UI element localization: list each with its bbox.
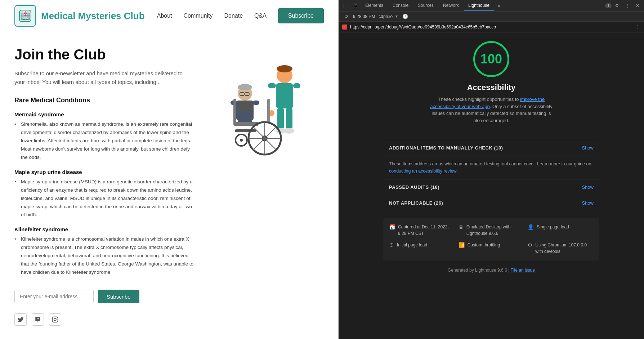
twitter-icon[interactable] — [14, 313, 27, 326]
svg-rect-22 — [238, 101, 252, 111]
footer-chromium: Using Chromium 107.0.0.0 with devtools — [535, 242, 594, 255]
email-input[interactable] — [14, 290, 94, 303]
social-icons — [14, 313, 194, 326]
devtools-topbar: ⬚ 📱 Elements Console Sources Network Lig… — [339, 0, 644, 12]
devtools-urlbar: L https://cdpn.io/pen/debug/VwdOaqp/ee09… — [339, 22, 644, 32]
devtools-time: 9:28:08 PM · cdpn.io — [353, 14, 393, 19]
svg-rect-26 — [233, 99, 236, 124]
tab-lighthouse[interactable]: Lighthouse — [464, 0, 494, 11]
condition-maple: Maple syrup urine disease Maple syrup ur… — [14, 169, 194, 219]
footer-singlepage: Single page load — [537, 224, 569, 230]
section-heading: Rare Medical Conditions — [14, 97, 194, 104]
footer-grid: 📅 Captured at Dec 11, 2022, 9:28 PM CST … — [389, 224, 594, 255]
footer-initial: Initial page load — [397, 242, 427, 248]
instagram-icon[interactable] — [49, 313, 61, 326]
website-panel: 🏥 Medical Mysteries Club About Community… — [0, 0, 339, 339]
svg-rect-11 — [277, 108, 284, 129]
settings-icon[interactable]: ⚙ — [612, 1, 622, 10]
condition-desc-2: Klinefelter syndrome is a chromosomal va… — [14, 235, 194, 277]
site-nav: About Community Donate Q&A Subscribe — [157, 8, 324, 23]
url-menu-dots[interactable]: ⋮ — [635, 24, 640, 30]
score-circle-container: 100 Accessibility These checks highlight… — [430, 41, 553, 124]
device-toggle-icon[interactable]: 📱 — [351, 1, 360, 10]
desktop-icon: 🖥 — [459, 224, 464, 230]
footer-captured: Captured at Dec 11, 2022, 9:28 PM CST — [398, 224, 455, 237]
svg-point-14 — [284, 128, 294, 134]
chromium-icon: ⚙ — [528, 242, 532, 248]
footer-item-initial: ⏱ Initial page load — [389, 242, 455, 255]
page-intro: Subscribe to our e-newsletter and have m… — [14, 69, 194, 86]
tab-sources[interactable]: Sources — [413, 0, 438, 11]
chevron-down-icon: ▼ — [395, 14, 398, 18]
devtools-url[interactable]: https://cdpn.io/pen/debug/VwdOaqp/ee0945… — [350, 24, 632, 30]
generated-by: Generated by Lighthouse 9.6.6 | File an … — [383, 268, 599, 280]
tab-console[interactable]: Console — [388, 0, 413, 11]
site-header: 🏥 Medical Mysteries Club About Community… — [0, 0, 338, 32]
manual-body-text: These items address areas which an autom… — [389, 161, 591, 166]
tab-elements[interactable]: Elements — [361, 0, 388, 11]
audit-show-passed[interactable]: Show — [582, 184, 594, 190]
devtools-panel: ⬚ 📱 Elements Console Sources Network Lig… — [339, 0, 644, 339]
score-description: These checks highlight opportunities to … — [430, 96, 553, 124]
footer-item-throttling: 📶 Custom throttling — [459, 242, 524, 255]
more-tabs-icon[interactable]: » — [495, 1, 504, 10]
site-title: Medical Mysteries Club — [41, 10, 145, 22]
manual-body-end: . — [456, 169, 457, 174]
nav-community[interactable]: Community — [184, 13, 213, 19]
footer-emulated: Emulated Desktop with Lighthouse 9.6.6 — [466, 224, 524, 237]
accessibility-review-link[interactable]: conducting an accessibility review — [389, 169, 456, 174]
reload-icon[interactable]: ↺ — [341, 12, 351, 21]
audit-label-na: NOT APPLICABLE (26) — [389, 200, 443, 206]
header-subscribe-button[interactable]: Subscribe — [278, 8, 324, 23]
inspect-element-icon[interactable]: ⬚ — [341, 1, 350, 10]
audit-show-manual[interactable]: Show — [582, 145, 594, 151]
audit-sections: ADDITIONAL ITEMS TO MANUALLY CHECK (10) … — [383, 140, 599, 280]
condition-mermaid: Mermaid syndrome Sirenomelia, also known… — [14, 111, 194, 162]
devtools-right-icons: 1 ⚙ ⋮ ✕ — [604, 1, 642, 10]
condition-desc-0: Sirenomelia, also known as mermaid syndr… — [14, 120, 194, 162]
audit-label-manual: ADDITIONAL ITEMS TO MANUALLY CHECK (10) — [389, 145, 503, 151]
nav-qa[interactable]: Q&A — [254, 13, 267, 19]
tab-count-badge: 1 — [605, 3, 612, 8]
svg-rect-24 — [253, 101, 259, 105]
svg-point-30 — [240, 139, 243, 142]
calendar-icon: 📅 — [389, 224, 395, 230]
svg-rect-9 — [268, 83, 276, 88]
svg-rect-25 — [238, 115, 252, 122]
nav-about[interactable]: About — [157, 13, 172, 19]
score-number: 100 — [480, 52, 502, 67]
generated-text: Generated by Lighthouse 9.6.6 | — [448, 268, 511, 273]
close-devtools-icon[interactable]: ✕ — [632, 1, 642, 10]
audit-row-na[interactable]: NOT APPLICABLE (26) Show — [383, 195, 599, 211]
user-icon: 👤 — [528, 224, 534, 230]
site-main: Join the Club Subscribe to our e-newslet… — [0, 32, 338, 339]
nav-donate[interactable]: Donate — [224, 13, 243, 19]
timer-icon: ⏱ — [389, 242, 394, 248]
twitch-icon[interactable] — [32, 313, 44, 326]
footer-item-singlepage: 👤 Single page load — [528, 224, 594, 237]
audit-row-manual[interactable]: ADDITIONAL ITEMS TO MANUALLY CHECK (10) … — [383, 140, 599, 156]
wheelchair-illustration — [205, 54, 313, 162]
site-logo: 🏥 — [14, 5, 36, 27]
form-subscribe-button[interactable]: Subscribe — [98, 290, 139, 303]
audit-show-na[interactable]: Show — [582, 200, 594, 206]
favicon-icon: L — [342, 24, 347, 30]
score-desc-start: These checks highlight opportunities to — [438, 97, 520, 102]
audit-row-passed[interactable]: PASSED AUDITS (18) Show — [383, 179, 599, 195]
lighthouse-footer: 📅 Captured at Dec 11, 2022, 9:28 PM CST … — [383, 218, 599, 260]
score-title: Accessibility — [467, 83, 516, 92]
footer-throttling: Custom throttling — [468, 242, 500, 248]
email-form: Subscribe — [14, 290, 194, 303]
tab-network[interactable]: Network — [439, 0, 463, 11]
content-left: Join the Club Subscribe to our e-newslet… — [14, 46, 194, 326]
content-right — [202, 46, 317, 326]
footer-item-emulated: 🖥 Emulated Desktop with Lighthouse 9.6.6 — [459, 224, 524, 237]
condition-title-0: Mermaid syndrome — [14, 111, 194, 117]
svg-rect-3 — [53, 317, 58, 322]
file-issue-link[interactable]: File an issue — [511, 268, 535, 273]
condition-klinefelter: Klinefelter syndrome Klinefelter syndrom… — [14, 226, 194, 277]
condition-desc-1: Maple syrup urine disease (MSUD) is a ra… — [14, 178, 194, 219]
svg-rect-28 — [235, 129, 256, 132]
more-options-icon[interactable]: ⋮ — [622, 1, 632, 10]
svg-rect-12 — [286, 108, 292, 129]
